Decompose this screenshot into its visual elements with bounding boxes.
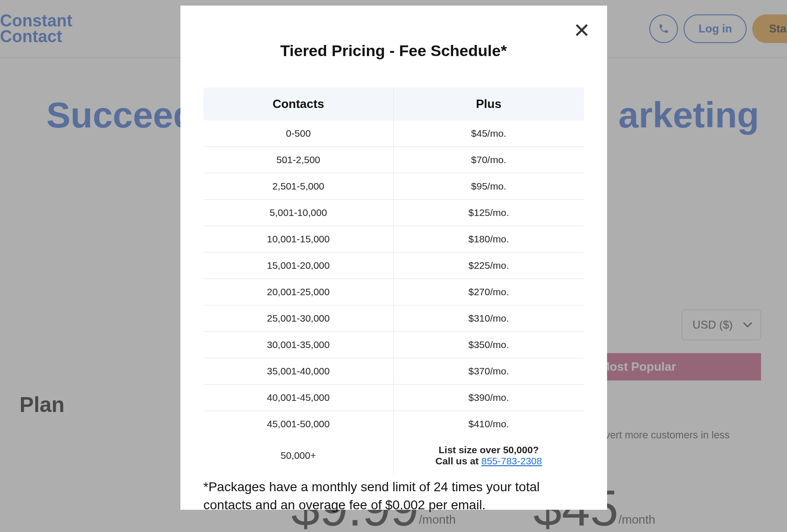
over-call-cell: List size over 50,000? Call us at 855-78… — [394, 437, 584, 474]
price-cell: $390/mo. — [394, 385, 584, 411]
over-question: List size over 50,000? — [394, 444, 584, 456]
over-contacts: 50,000+ — [204, 437, 394, 474]
close-icon: ✕ — [573, 19, 590, 42]
over-call-label: Call us at — [435, 456, 481, 466]
price-cell: $125/mo. — [394, 200, 584, 226]
table-row: 40,001-45,000$390/mo. — [204, 385, 584, 411]
table-row: 501-2,500$70/mo. — [204, 147, 584, 173]
price-cell: $350/mo. — [394, 332, 584, 358]
price-cell: $70/mo. — [394, 147, 584, 173]
phone-link[interactable]: 855-783-2308 — [481, 456, 542, 466]
contacts-cell: 501-2,500 — [204, 147, 394, 173]
contacts-cell: 20,001-25,000 — [204, 279, 394, 305]
price-cell: $45/mo. — [394, 120, 584, 147]
contacts-cell: 10,001-15,000 — [204, 226, 394, 253]
contacts-cell: 15,001-20,000 — [204, 253, 394, 279]
price-cell: $270/mo. — [394, 279, 584, 305]
price-cell: $180/mo. — [394, 226, 584, 253]
col-contacts: Contacts — [204, 88, 394, 120]
contacts-cell: 35,001-40,000 — [204, 358, 394, 385]
table-row: 15,001-20,000$225/mo. — [204, 253, 584, 279]
contacts-cell: 25,001-30,000 — [204, 305, 394, 332]
table-row: 2,501-5,000$95/mo. — [204, 173, 584, 200]
price-cell: $410/mo. — [394, 411, 584, 437]
pricing-modal: ✕ Tiered Pricing - Fee Schedule* Contact… — [180, 6, 607, 510]
modal-overlay[interactable]: ✕ Tiered Pricing - Fee Schedule* Contact… — [0, 0, 787, 532]
table-row: 45,001-50,000$410/mo. — [204, 411, 584, 437]
table-row: 20,001-25,000$270/mo. — [204, 279, 584, 305]
price-cell: $225/mo. — [394, 253, 584, 279]
table-row: 35,001-40,000$370/mo. — [204, 358, 584, 385]
contacts-cell: 30,001-35,000 — [204, 332, 394, 358]
table-row: 30,001-35,000$350/mo. — [204, 332, 584, 358]
contacts-cell: 0-500 — [204, 120, 394, 147]
col-plus: Plus — [394, 88, 584, 120]
pricing-table: Contacts Plus 0-500$45/mo.501-2,500$70/m… — [204, 88, 584, 474]
contacts-cell: 2,501-5,000 — [204, 173, 394, 200]
close-button[interactable]: ✕ — [573, 20, 590, 41]
table-row: 5,001-10,000$125/mo. — [204, 200, 584, 226]
table-row: 10,001-15,000$180/mo. — [204, 226, 584, 253]
table-row: 0-500$45/mo. — [204, 120, 584, 147]
price-cell: $95/mo. — [394, 173, 584, 200]
price-cell: $370/mo. — [394, 358, 584, 385]
table-row: 25,001-30,000$310/mo. — [204, 305, 584, 332]
modal-footnote: *Packages have a monthly send limit of 2… — [204, 478, 584, 514]
price-cell: $310/mo. — [394, 305, 584, 332]
contacts-cell: 5,001-10,000 — [204, 200, 394, 226]
contacts-cell: 45,001-50,000 — [204, 411, 394, 437]
contacts-cell: 40,001-45,000 — [204, 385, 394, 411]
modal-title: Tiered Pricing - Fee Schedule* — [204, 42, 584, 60]
